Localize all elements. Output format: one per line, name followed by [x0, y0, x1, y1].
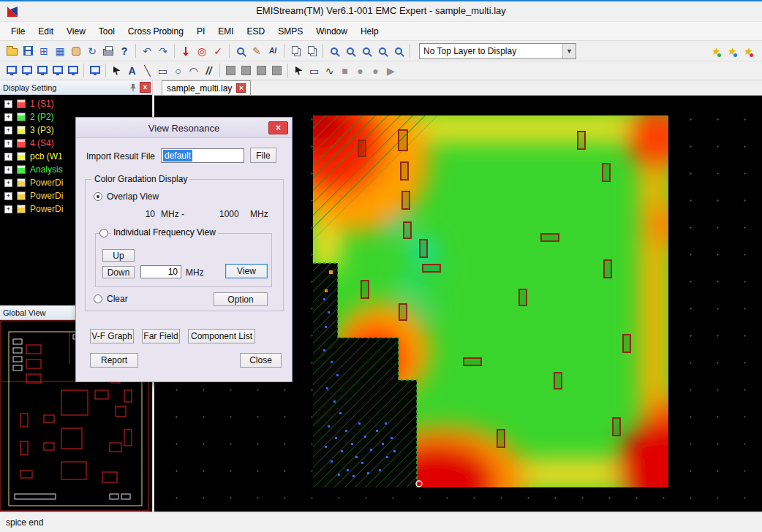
expand-icon[interactable]: [4, 153, 12, 161]
expand-icon[interactable]: [4, 205, 12, 213]
display-1-icon[interactable]: [4, 64, 19, 78]
individual-frequency-radio[interactable]: [99, 229, 108, 238]
display-2-icon[interactable]: [19, 64, 34, 78]
help-icon[interactable]: ?: [116, 43, 132, 59]
display-5-icon[interactable]: [65, 64, 80, 78]
rectangle-tool-icon[interactable]: ▭: [155, 64, 170, 78]
zoom-out-icon[interactable]: [342, 43, 358, 59]
copy-icon[interactable]: [287, 43, 303, 59]
tree-item-label[interactable]: 1 (S1): [30, 99, 54, 109]
circle-tool-icon[interactable]: ○: [170, 64, 186, 78]
individual-frequency-label[interactable]: Individual Frequency View: [111, 227, 218, 238]
zoom-prev-icon[interactable]: [391, 43, 407, 59]
menu-emi[interactable]: EMI: [211, 24, 240, 39]
panel-close-icon[interactable]: ×: [140, 82, 151, 93]
edit-pencil-icon[interactable]: ✎: [249, 43, 265, 59]
tree-item-label[interactable]: PowerDi: [30, 204, 63, 214]
zoom-in-icon[interactable]: [326, 43, 342, 59]
expand-icon[interactable]: [4, 113, 12, 121]
vf-graph-button[interactable]: V-F Graph: [90, 329, 134, 343]
wand-yellow-icon[interactable]: ★: [707, 43, 723, 59]
rectangle-2-icon[interactable]: ▭: [306, 64, 322, 78]
menu-esd[interactable]: ESD: [241, 24, 272, 39]
via-pin-icon[interactable]: [178, 43, 194, 59]
clear-label[interactable]: Clear: [107, 294, 128, 304]
paste-copy-icon[interactable]: [303, 43, 320, 59]
close-button[interactable]: Close: [240, 353, 282, 368]
tree-item-label[interactable]: PowerDi: [30, 191, 63, 201]
expand-icon[interactable]: [4, 100, 12, 108]
component-list-button[interactable]: Component List: [188, 329, 255, 343]
tree-item-label[interactable]: 3 (P3): [30, 125, 54, 135]
undo-icon[interactable]: ↶: [139, 43, 155, 59]
pointer-2-icon[interactable]: [291, 64, 306, 78]
menu-pi[interactable]: PI: [190, 24, 211, 39]
tree-item-label[interactable]: pcb (W1: [30, 151, 63, 162]
line-tool-icon[interactable]: ╲: [140, 64, 155, 78]
expand-icon[interactable]: [4, 192, 12, 200]
wand-green-icon[interactable]: ★: [723, 43, 739, 59]
menu-view[interactable]: View: [60, 24, 92, 39]
down-button[interactable]: Down: [102, 266, 135, 278]
marker-icon[interactable]: ▶: [383, 64, 399, 78]
menu-tool[interactable]: Tool: [92, 24, 121, 39]
display-6-icon[interactable]: [87, 64, 102, 78]
menu-edit[interactable]: Edit: [31, 24, 60, 39]
tree-item-label[interactable]: Analysis: [30, 164, 63, 175]
gray-3-icon[interactable]: [254, 64, 269, 78]
frequency-input[interactable]: [140, 265, 181, 278]
menu-window[interactable]: Window: [309, 24, 354, 39]
dialog-close-icon[interactable]: ×: [268, 121, 288, 134]
zoom-fit-icon[interactable]: [374, 43, 391, 59]
overlap-view-radio[interactable]: [94, 192, 102, 201]
far-field-button[interactable]: Far Field: [142, 329, 180, 343]
display-4-icon[interactable]: [50, 64, 65, 78]
print-icon[interactable]: [100, 43, 116, 59]
dialog-title-bar[interactable]: View Resonance ×: [76, 118, 292, 138]
tree-item-label[interactable]: 2 (P2): [30, 112, 54, 122]
view-button[interactable]: View: [225, 264, 268, 278]
display-3-icon[interactable]: [34, 64, 50, 78]
grid-icon[interactable]: ⊞: [36, 43, 52, 59]
pointer-icon[interactable]: [109, 64, 124, 78]
expand-icon[interactable]: [4, 179, 12, 187]
import-result-input[interactable]: default: [161, 148, 244, 163]
chevron-down-icon[interactable]: ▼: [562, 44, 576, 58]
expand-icon[interactable]: [4, 140, 12, 148]
report-button[interactable]: Report: [90, 353, 138, 368]
file-button[interactable]: File: [250, 148, 276, 163]
gray-2-icon[interactable]: [238, 64, 254, 78]
pan-hand-icon[interactable]: [68, 43, 84, 59]
zoom-icon[interactable]: [233, 43, 249, 59]
menu-help[interactable]: Help: [354, 24, 385, 39]
net-probe-icon[interactable]: ◎: [194, 43, 210, 59]
ai-text-icon[interactable]: AI: [265, 43, 281, 59]
tree-item-label[interactable]: 4 (S4): [30, 138, 54, 148]
text-tool-icon[interactable]: A: [124, 64, 140, 78]
open-icon[interactable]: [4, 43, 20, 59]
arc-tool-icon[interactable]: ◠: [186, 64, 201, 78]
option-button[interactable]: Option: [214, 292, 268, 306]
pin-icon[interactable]: [127, 82, 138, 93]
overlap-view-label[interactable]: Overlap View: [107, 191, 159, 202]
gray-1-icon[interactable]: [223, 64, 238, 78]
menu-file[interactable]: File: [4, 24, 31, 39]
clear-radio[interactable]: [94, 294, 102, 303]
zoom-area-icon[interactable]: [358, 43, 374, 59]
save-icon[interactable]: [20, 43, 36, 59]
hatch-tool-icon[interactable]: //: [201, 64, 216, 78]
polyline-icon[interactable]: ∿: [322, 64, 337, 78]
gray-4-icon[interactable]: [269, 64, 284, 78]
expand-icon[interactable]: [4, 166, 12, 174]
expand-icon[interactable]: [4, 126, 12, 134]
filled-circle-2-icon[interactable]: ●: [368, 64, 383, 78]
wand-red-icon[interactable]: ★: [739, 43, 755, 59]
rotate-icon[interactable]: ↻: [84, 43, 100, 59]
up-button[interactable]: Up: [102, 249, 135, 262]
top-layer-combo[interactable]: No Top Layer to Display ▼: [419, 43, 576, 59]
filled-square-icon[interactable]: ■: [337, 64, 352, 78]
tree-item-label[interactable]: PowerDi: [30, 178, 63, 188]
board-grid-icon[interactable]: ▦: [52, 43, 68, 59]
verify-check-icon[interactable]: ✓: [210, 43, 226, 59]
menu-cross-probing[interactable]: Cross Probing: [121, 24, 190, 39]
